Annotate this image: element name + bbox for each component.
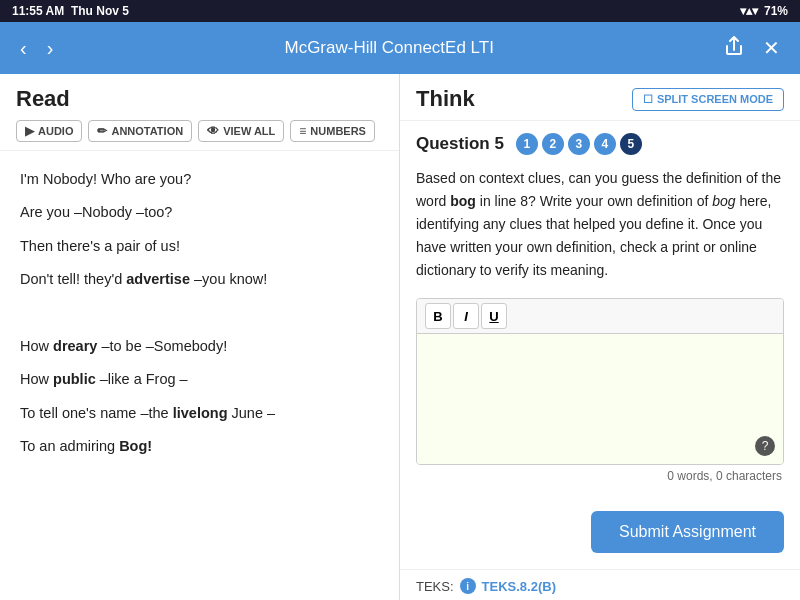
teks-link[interactable]: TEKS.8.2(B) xyxy=(482,579,556,594)
think-header: Think ☐ SPLIT SCREEN MODE xyxy=(400,74,800,121)
editor-toolbar: B I U xyxy=(417,299,783,334)
poem-line-1: I'm Nobody! Who are you? xyxy=(20,167,379,192)
dot-5[interactable]: 5 xyxy=(620,133,642,155)
word-count: 0 words, 0 characters xyxy=(416,465,784,483)
audio-button[interactable]: ▶ AUDIO xyxy=(16,120,82,142)
think-panel: Think ☐ SPLIT SCREEN MODE Question 5 1 2… xyxy=(400,74,800,600)
status-time: 11:55 AM Thu Nov 5 xyxy=(12,4,129,18)
dot-3[interactable]: 3 xyxy=(568,133,590,155)
poem-line-3: Then there's a pair of us! xyxy=(20,234,379,259)
italic-button[interactable]: I xyxy=(453,303,479,329)
content-area: Read ▶ AUDIO ✏ ANNOTATION 👁 VIEW ALL ≡ N… xyxy=(0,74,800,600)
numbers-button[interactable]: ≡ NUMBERS xyxy=(290,120,375,142)
dot-1[interactable]: 1 xyxy=(516,133,538,155)
split-screen-icon: ☐ xyxy=(643,93,653,106)
poem-line-6: How public –like a Frog – xyxy=(20,367,379,392)
poem-line-5: How dreary –to be –Somebody! xyxy=(20,334,379,359)
page-title: McGraw-Hill ConnectEd LTI xyxy=(57,38,721,58)
bold-button[interactable]: B xyxy=(425,303,451,329)
question-section: Question 5 1 2 3 4 5 Based on context cl… xyxy=(400,121,800,495)
annotation-button[interactable]: ✏ ANNOTATION xyxy=(88,120,192,142)
poem-line-7: To tell one's name –the livelong June – xyxy=(20,401,379,426)
audio-icon: ▶ xyxy=(25,124,34,138)
read-heading: Read xyxy=(16,86,383,112)
share-button[interactable] xyxy=(721,32,747,65)
pencil-icon: ✏ xyxy=(97,124,107,138)
submit-assignment-button[interactable]: Submit Assignment xyxy=(591,511,784,553)
back-button[interactable]: ‹ xyxy=(16,33,31,64)
eye-icon: 👁 xyxy=(207,124,219,138)
question-label: Question 5 xyxy=(416,134,504,154)
numbers-icon: ≡ xyxy=(299,124,306,138)
help-button[interactable]: ? xyxy=(755,436,775,456)
split-screen-button[interactable]: ☐ SPLIT SCREEN MODE xyxy=(632,88,784,111)
question-text: Based on context clues, can you guess th… xyxy=(416,167,784,282)
forward-button[interactable]: › xyxy=(43,33,58,64)
close-button[interactable]: ✕ xyxy=(759,32,784,64)
read-toolbar: ▶ AUDIO ✏ ANNOTATION 👁 VIEW ALL ≡ NUMBER… xyxy=(16,120,383,142)
poem-line-8: To an admiring Bog! xyxy=(20,434,379,459)
dot-2[interactable]: 2 xyxy=(542,133,564,155)
read-panel: Read ▶ AUDIO ✏ ANNOTATION 👁 VIEW ALL ≡ N… xyxy=(0,74,400,600)
read-header: Read ▶ AUDIO ✏ ANNOTATION 👁 VIEW ALL ≡ N… xyxy=(0,74,399,151)
poem-line-2: Are you –Nobody –too? xyxy=(20,200,379,225)
battery-level: 71% xyxy=(764,4,788,18)
poem-line-4: Don't tell! they'd advertise –you know! xyxy=(20,267,379,292)
wifi-icon: ▾▴▾ xyxy=(740,4,758,18)
view-all-button[interactable]: 👁 VIEW ALL xyxy=(198,120,284,142)
think-heading: Think xyxy=(416,86,475,112)
dot-4[interactable]: 4 xyxy=(594,133,616,155)
status-bar: 11:55 AM Thu Nov 5 ▾▴▾ 71% xyxy=(0,0,800,22)
underline-button[interactable]: U xyxy=(481,303,507,329)
teks-label: TEKS: xyxy=(416,579,454,594)
poem-content: I'm Nobody! Who are you? Are you –Nobody… xyxy=(0,151,399,483)
nav-bar: ‹ › McGraw-Hill ConnectEd LTI ✕ xyxy=(0,22,800,74)
teks-section: TEKS: i TEKS.8.2(B) xyxy=(400,569,800,600)
text-editor: B I U ? xyxy=(416,298,784,465)
poem-spacer xyxy=(20,301,379,326)
editor-body[interactable]: ? xyxy=(417,334,783,464)
submit-section: Submit Assignment xyxy=(400,495,800,569)
question-header: Question 5 1 2 3 4 5 xyxy=(416,133,784,155)
status-icons: ▾▴▾ 71% xyxy=(740,4,788,18)
teks-info-icon: i xyxy=(460,578,476,594)
question-dots: 1 2 3 4 5 xyxy=(516,133,642,155)
